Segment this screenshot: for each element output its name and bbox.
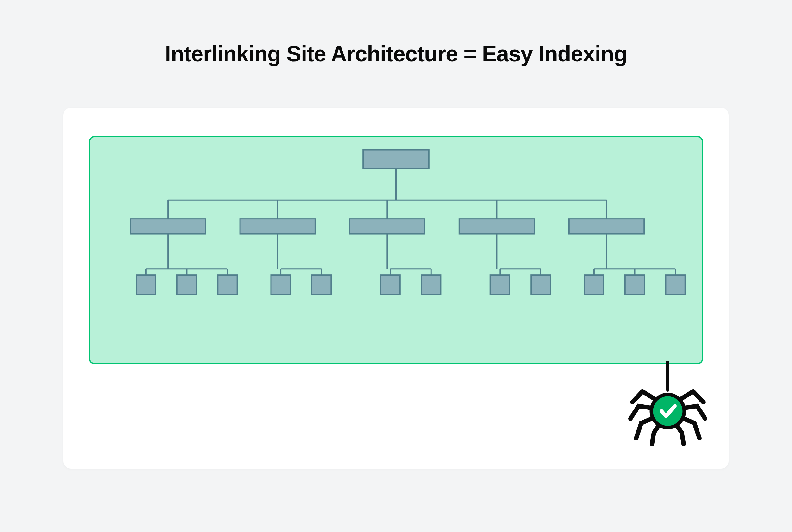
sitemap-page-node-1-1 xyxy=(312,275,331,294)
sitemap-category-node-2 xyxy=(350,219,425,234)
diagram-card xyxy=(63,108,729,469)
sitemap-root-node xyxy=(363,150,429,169)
sitemap-page-node-0-1 xyxy=(177,275,196,294)
sitemap-page-node-3-0 xyxy=(490,275,510,294)
sitemap-page-node-4-1 xyxy=(625,275,644,294)
page-title: Interlinking Site Architecture = Easy In… xyxy=(0,41,792,66)
spider-crawler-icon xyxy=(623,361,712,450)
sitemap-category-node-1 xyxy=(240,219,315,234)
sitemap-category-node-0 xyxy=(130,219,205,234)
sitemap-category-node-3 xyxy=(459,219,534,234)
sitemap-page-node-4-2 xyxy=(665,275,685,294)
architecture-panel xyxy=(89,136,703,364)
sitemap-page-node-1-0 xyxy=(271,275,290,294)
sitemap-page-node-0-2 xyxy=(218,275,237,294)
sitemap-page-node-2-1 xyxy=(421,275,441,294)
sitemap-page-node-4-0 xyxy=(584,275,604,294)
sitemap-page-node-0-0 xyxy=(136,275,155,294)
sitemap-tree xyxy=(90,137,702,363)
svg-point-1 xyxy=(651,395,684,428)
sitemap-page-node-2-0 xyxy=(381,275,400,294)
sitemap-category-node-4 xyxy=(569,219,644,234)
sitemap-page-node-3-1 xyxy=(531,275,550,294)
